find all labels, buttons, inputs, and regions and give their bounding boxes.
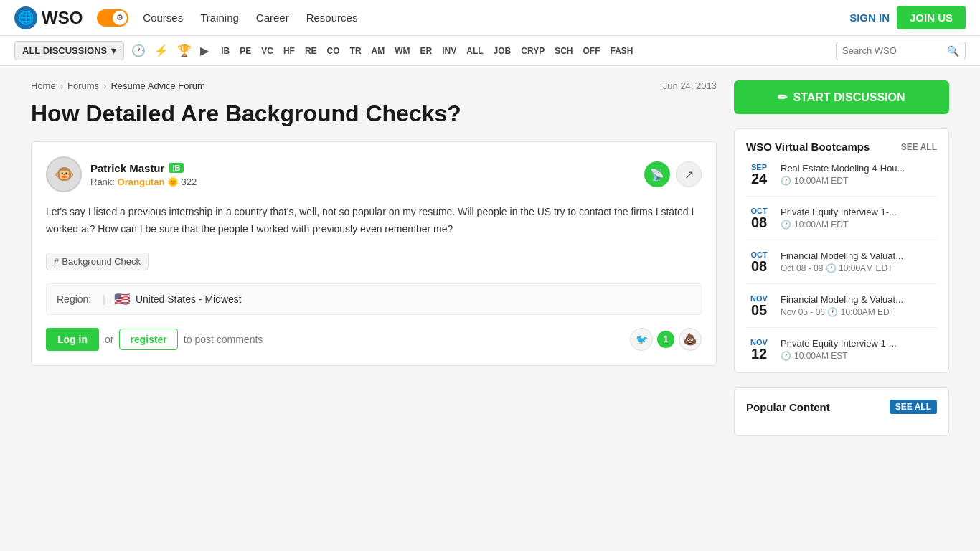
event-time-3: Oct 08 - 09 🕐 10:00AM EDT (781, 263, 937, 273)
event-title-3[interactable]: Financial Modeling & Valuat... (781, 250, 937, 261)
event-day-2: 08 (751, 215, 767, 230)
background-check-tag[interactable]: # Background Check (46, 253, 149, 270)
tag-hf[interactable]: HF (280, 44, 298, 58)
rss-button[interactable]: 📡 (644, 161, 670, 187)
post-title: How Detailed Are Background Checks? (31, 100, 717, 127)
rank-link[interactable]: Orangutan (118, 176, 165, 187)
region-row: Region: | 🇺🇸 United States - Midwest (46, 283, 702, 315)
twitter-icon[interactable]: 🐦 (630, 328, 653, 351)
downvote-button[interactable]: 💩 (679, 328, 702, 351)
clock-icon-5: 🕐 (781, 351, 791, 361)
bootcamps-card: WSO Virtual Bootcamps SEE ALL Sep 24 Rea… (734, 128, 949, 373)
event-info-3: Financial Modeling & Valuat... Oct 08 - … (781, 250, 937, 273)
breadcrumb-home[interactable]: Home (31, 80, 56, 91)
see-all-bootcamps[interactable]: SEE ALL (901, 142, 937, 152)
tag-job[interactable]: JOB (490, 44, 515, 58)
event-date-4: Nov 05 (746, 294, 772, 317)
nav-courses[interactable]: Courses (143, 11, 183, 24)
author-info: Patrick Mastur IB Rank: Orangutan 🌞 322 (90, 162, 197, 187)
search-box: 🔍 (836, 42, 966, 60)
tag-am[interactable]: AM (368, 44, 389, 58)
event-item-2: Oct 08 Private Equity Interview 1-... 🕐 … (746, 207, 937, 240)
main-container: Home › Forums › Resume Advice Forum Jun … (17, 66, 963, 465)
clock-icon-1: 🕐 (781, 176, 791, 186)
rank-emoji: 🌞 (167, 176, 182, 187)
logo[interactable]: 🌐 WSO (14, 6, 83, 29)
toggle-button[interactable]: ⚙ (97, 9, 128, 27)
tag-er[interactable]: ER (417, 44, 436, 58)
clock-icon-2: 🕐 (781, 220, 791, 230)
breadcrumb-forums[interactable]: Forums (67, 80, 99, 91)
main-header: 🌐 WSO ⚙ Courses Training Career Resource… (0, 0, 980, 36)
event-title-5[interactable]: Private Equity Interview 1-... (781, 338, 937, 349)
ib-badge: IB (169, 163, 184, 173)
search-icon[interactable]: 🔍 (947, 45, 959, 57)
tag-wm[interactable]: WM (391, 44, 413, 58)
event-info-2: Private Equity Interview 1-... 🕐 10:00AM… (781, 207, 937, 230)
popular-content-header: Popular Content SEE ALL (746, 400, 937, 414)
join-button[interactable]: JOIN US (897, 6, 966, 29)
region-value: United States - Midwest (136, 293, 242, 305)
start-discussion-button[interactable]: ✏ START DISCUSSION (734, 80, 949, 114)
header-left: 🌐 WSO ⚙ Courses Training Career Resource… (14, 6, 357, 29)
video-icon[interactable]: ▶ (200, 44, 209, 57)
logo-text: WSO (42, 8, 83, 28)
header-right: SIGN IN JOIN US (849, 6, 966, 29)
post-body: Let's say I listed a previous internship… (46, 204, 702, 238)
breadcrumb: Home › Forums › Resume Advice Forum Jun … (31, 80, 717, 91)
upvote-count: 1 (657, 331, 674, 348)
tag-fash[interactable]: FASH (607, 44, 637, 58)
avatar: 🐵 (46, 156, 82, 192)
rank-score: 322 (182, 176, 197, 187)
tag-tr[interactable]: TR (347, 44, 365, 58)
share-button[interactable]: ↗ (676, 161, 702, 187)
sub-navigation: ALL DISCUSSIONS ▾ 🕐 ⚡ 🏆 ▶ IB PE VC HF RE… (0, 36, 980, 66)
nav-resources[interactable]: Resources (306, 11, 358, 24)
tag-all[interactable]: ALL (463, 44, 486, 58)
clock-icon-4: 🕐 (827, 307, 840, 317)
lightning-icon[interactable]: ⚡ (154, 44, 169, 57)
author-name: Patrick Mastur (90, 162, 164, 174)
tag-label: Background Check (62, 256, 141, 267)
event-title-1[interactable]: Real Estate Modeling 4-Hou... (781, 163, 937, 174)
tag-cryp[interactable]: CRYP (517, 44, 548, 58)
clock-icon[interactable]: 🕐 (131, 44, 146, 57)
clock-icon-3: 🕐 (826, 263, 839, 273)
nav-career[interactable]: Career (256, 11, 289, 24)
sign-in-button[interactable]: SIGN IN (849, 11, 890, 24)
event-date-1: Sep 24 (746, 163, 772, 186)
all-discussions-dropdown[interactable]: ALL DISCUSSIONS ▾ (14, 41, 124, 60)
search-input[interactable] (842, 45, 943, 56)
content-area: Home › Forums › Resume Advice Forum Jun … (31, 80, 717, 451)
tag-off[interactable]: OFF (580, 44, 604, 58)
nav-training[interactable]: Training (200, 11, 239, 24)
tag-inv[interactable]: INV (438, 44, 460, 58)
author-name-row: Patrick Mastur IB (90, 162, 197, 174)
bootcamps-title: WSO Virtual Bootcamps (746, 141, 870, 153)
popular-content-title: Popular Content (746, 401, 830, 413)
event-day-1: 24 (751, 171, 767, 186)
trophy-icon[interactable]: 🏆 (177, 44, 192, 57)
tag-re[interactable]: RE (301, 44, 321, 58)
logo-globe-icon: 🌐 (14, 6, 37, 29)
event-info-1: Real Estate Modeling 4-Hou... 🕐 10:00AM … (781, 163, 937, 186)
event-date-5: Nov 12 (746, 338, 772, 361)
hash-symbol: # (54, 256, 59, 267)
event-title-2[interactable]: Private Equity Interview 1-... (781, 207, 937, 217)
tag-co[interactable]: CO (324, 44, 344, 58)
post-card: 🐵 Patrick Mastur IB Rank: Orangutan 🌞 32… (31, 141, 717, 366)
tag-vc[interactable]: VC (258, 44, 277, 58)
tag-ib[interactable]: IB (217, 44, 233, 58)
event-day-3: 08 (751, 259, 767, 273)
tag-sch[interactable]: SCH (551, 44, 576, 58)
see-all-popular[interactable]: SEE ALL (890, 400, 937, 414)
all-discussions-label: ALL DISCUSSIONS (22, 45, 107, 56)
breadcrumb-left: Home › Forums › Resume Advice Forum (31, 80, 205, 91)
register-button[interactable]: register (119, 329, 177, 350)
event-item-3: Oct 08 Financial Modeling & Valuat... Oc… (746, 250, 937, 284)
event-title-4[interactable]: Financial Modeling & Valuat... (781, 294, 937, 305)
tag-pe[interactable]: PE (236, 44, 255, 58)
login-button[interactable]: Log in (46, 328, 99, 351)
or-text: or (105, 334, 113, 345)
event-day-4: 05 (751, 303, 767, 317)
